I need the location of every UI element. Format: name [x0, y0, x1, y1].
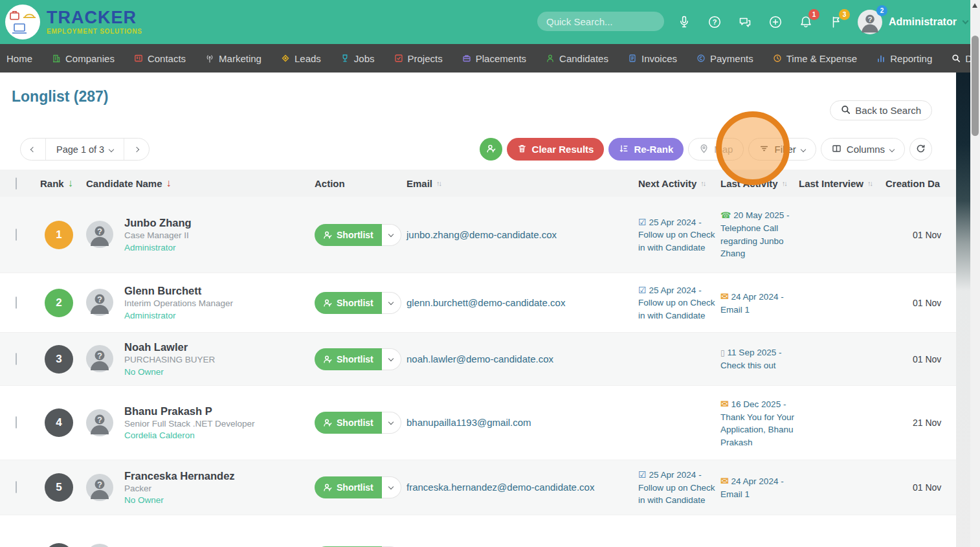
flag-icon[interactable]: 3 — [828, 14, 845, 30]
candidate-name[interactable]: Noah Lawler — [124, 340, 215, 354]
last-activity[interactable]: 24 Apr 2024 - Email 1 — [720, 474, 799, 500]
candidate-name[interactable]: Franceska Hernandez — [124, 469, 235, 483]
invoice-icon — [628, 54, 637, 63]
scrollbar-thumb[interactable] — [972, 36, 979, 136]
last-activity[interactable]: 16 Dec 2025 - Thank You for Your Applica… — [720, 397, 799, 449]
browser-scrollbar[interactable] — [970, 0, 980, 547]
page-background-strip — [956, 73, 970, 547]
select-all-checkbox[interactable] — [16, 177, 17, 190]
nav-item-leads[interactable]: Leads — [271, 44, 331, 73]
sort-icon: ↑↓ — [782, 179, 786, 187]
nav-item-reporting[interactable]: Reporting — [867, 44, 942, 73]
chat-icon[interactable] — [737, 14, 753, 30]
next-activity[interactable]: 25 Apr 2024 - Follow up on Check in with… — [638, 216, 720, 254]
last-activity[interactable]: 11 Sep 2025 - Check this out — [720, 346, 799, 372]
row-checkbox[interactable] — [16, 481, 17, 493]
nav-item-payments[interactable]: Payments — [687, 44, 763, 73]
email-icon — [720, 474, 729, 488]
back-to-search-button[interactable]: Back to Search — [830, 100, 932, 120]
shortlist-dropdown-button[interactable] — [382, 348, 401, 370]
shortlist-dropdown-button[interactable] — [382, 224, 401, 246]
candidate-avatar: ? — [86, 289, 113, 316]
shortlist-button[interactable]: Shortlist — [315, 224, 382, 246]
user-menu[interactable]: ? 2 Administrator — [858, 0, 968, 44]
next-activity[interactable]: 25 Apr 2024 - Follow up on — [638, 544, 720, 547]
table-row: 3 ? Noah Lawler PURCHASING BUYER No Owne… — [0, 332, 956, 385]
row-checkbox[interactable] — [16, 353, 17, 365]
candidate-title: PURCHASING BUYER — [124, 354, 215, 366]
nav-item-time-expense[interactable]: Time & Expense — [763, 44, 867, 73]
next-page-button[interactable] — [124, 138, 149, 161]
candidate-owner-link[interactable]: No Owner — [124, 366, 215, 378]
shortlist-dropdown-button[interactable] — [382, 476, 401, 498]
nav-item-contacts[interactable]: Contacts — [124, 44, 195, 73]
next-activity[interactable]: 25 Apr 2024 - Follow up on Check in with… — [638, 468, 720, 507]
refresh-button[interactable] — [909, 138, 932, 161]
candidate-email-link[interactable]: noah.lawler@demo-candidate.cox — [406, 353, 553, 364]
column-header-email[interactable]: Email ↑↓ — [406, 178, 630, 189]
nav-item-projects[interactable]: Projects — [384, 44, 452, 73]
svg-text:?: ? — [97, 414, 102, 424]
page-selector[interactable]: Page 1 of 3 — [45, 138, 124, 161]
candidate-name[interactable]: Junbo Zhang — [124, 216, 192, 230]
candidate-owner-link[interactable]: Administrator — [124, 242, 192, 254]
microphone-icon[interactable] — [676, 14, 693, 30]
column-header-candidate-name[interactable]: Candidate Name ↓ — [86, 177, 172, 189]
shortlist-button[interactable]: Shortlist — [315, 412, 382, 434]
chevron-left-icon — [30, 146, 36, 151]
shortlist-button[interactable]: Shortlist — [315, 292, 382, 314]
svg-text:?: ? — [713, 18, 717, 26]
nav-item-companies[interactable]: Companies — [42, 44, 124, 73]
next-activity[interactable]: 25 Apr 2024 - Follow up on Check in with… — [638, 284, 720, 322]
nav-item-jobs[interactable]: Jobs — [331, 44, 384, 73]
nav-item-candidates[interactable]: Candidates — [536, 44, 618, 73]
shortlist-button[interactable]: Shortlist — [315, 476, 382, 498]
prev-page-button[interactable] — [21, 138, 45, 161]
column-header-last-activity[interactable]: Last Activity ↑↓ — [720, 178, 799, 189]
last-activity[interactable]: 20 May 2025 - Telephone Call regarding J… — [720, 209, 799, 260]
flags-badge: 3 — [839, 9, 850, 20]
shortlist-dropdown-button[interactable] — [382, 292, 401, 314]
shortlist-dropdown-button[interactable] — [382, 412, 401, 434]
add-icon[interactable] — [767, 14, 784, 30]
search-icon — [952, 54, 961, 63]
row-checkbox[interactable] — [16, 229, 17, 241]
phone-icon — [720, 209, 731, 222]
notifications-bell-icon[interactable]: 1 — [797, 14, 814, 30]
row-checkbox[interactable] — [16, 416, 17, 429]
column-header-rank[interactable]: Rank ↓ — [40, 177, 73, 189]
candidate-owner-link[interactable]: No Owner — [124, 495, 235, 506]
row-checkbox[interactable] — [16, 296, 17, 309]
clear-results-button[interactable]: Clear Results — [507, 138, 605, 161]
nav-item-invoices[interactable]: Invoices — [618, 44, 687, 73]
column-header-last-interview[interactable]: Last Interview ↑↓ — [799, 178, 884, 189]
candidate-name[interactable]: Glenn Burchett — [124, 284, 233, 298]
candidate-email-link[interactable]: junbo.zhang@demo-candidate.cox — [406, 229, 557, 240]
rerank-button[interactable]: Re-Rank — [608, 138, 684, 161]
candidate-email-link[interactable]: glenn.burchett@demo-candidate.cox — [406, 297, 565, 308]
rank-badge: 5 — [45, 473, 73, 502]
candidate-email-link[interactable]: franceska.hernandez@demo-candidate.cox — [406, 482, 594, 493]
scroll-up-arrow-icon[interactable] — [972, 3, 977, 8]
candidate-list: 1 ? Junbo Zhang Case Manager II Administ… — [0, 197, 956, 547]
candidate-name[interactable]: Bhanu Prakash P — [124, 404, 255, 418]
candidate-owner-link[interactable]: Administrator — [124, 310, 233, 322]
shortlist-button[interactable]: Shortlist — [315, 348, 382, 370]
map-button[interactable]: Map — [688, 138, 744, 161]
column-header-next-activity[interactable]: Next Activity ↑↓ — [638, 178, 720, 189]
help-icon[interactable]: ? — [706, 14, 723, 30]
nav-item-home[interactable]: Home — [0, 44, 42, 73]
candidate-email-link[interactable]: bhanupailla1193@gmail.com — [406, 417, 531, 428]
quick-search-input[interactable]: Quick Search... — [537, 12, 664, 31]
last-activity[interactable]: 24 Apr 2024 - Email 1 — [720, 289, 799, 316]
nav-item-marketing[interactable]: Marketing — [195, 44, 271, 73]
chevron-down-icon — [962, 17, 968, 24]
candidate-owner-link[interactable]: Cordelia Calderon — [124, 430, 255, 441]
nav-item-placements[interactable]: Placements — [452, 44, 536, 73]
logo-mark-icon — [5, 5, 40, 39]
nav-item-discover[interactable]: Dis — [942, 44, 970, 73]
rank-badge: 2 — [45, 289, 73, 317]
filter-button[interactable]: Filter — [748, 138, 816, 161]
columns-button[interactable]: Columns — [821, 138, 905, 161]
bulk-candidate-button[interactable] — [480, 138, 502, 161]
